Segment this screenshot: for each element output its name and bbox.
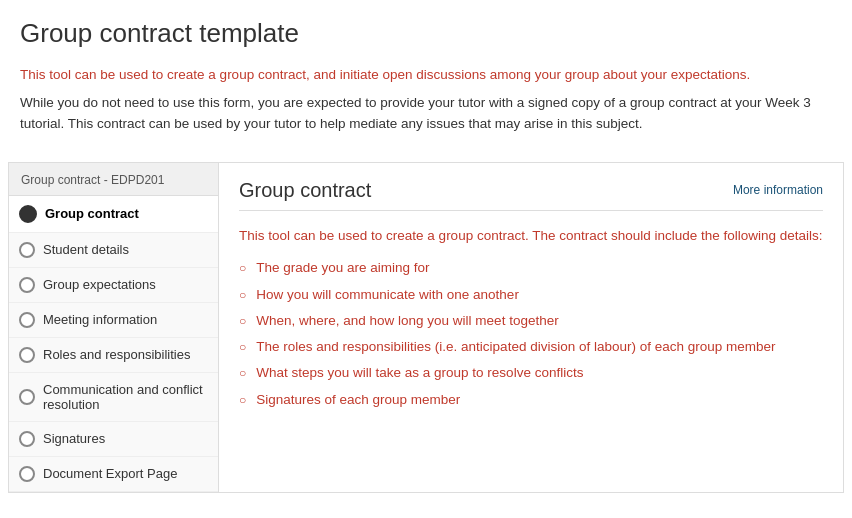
intro-text: This tool can be used to create a group … [20,65,832,85]
main-layout: Group contract - EDPD201 Group contract … [8,162,844,493]
list-item: When, where, and how long you will meet … [239,311,823,331]
sidebar-label-group-contract: Group contract [45,206,139,221]
sidebar-dot-student-details [19,242,35,258]
sidebar-label-signatures: Signatures [43,431,105,446]
page-header: Group contract template This tool can be… [0,0,852,162]
list-item: How you will communicate with one anothe… [239,285,823,305]
sidebar-course-label: Group contract - EDPD201 [9,163,218,196]
list-item: The roles and responsibilities (i.e. ant… [239,337,823,357]
sidebar-item-student-details[interactable]: Student details [9,233,218,268]
list-item-text: When, where, and how long you will meet … [256,311,558,331]
sidebar: Group contract - EDPD201 Group contract … [9,163,219,492]
sidebar-dot-group-contract [19,205,37,223]
sidebar-label-document-export: Document Export Page [43,466,177,481]
sidebar-dot-signatures [19,431,35,447]
sidebar-item-meeting-information[interactable]: Meeting information [9,303,218,338]
sidebar-item-document-export[interactable]: Document Export Page [9,457,218,492]
sidebar-dot-meeting-information [19,312,35,328]
content-header: Group contract More information [239,179,823,211]
sidebar-dot-roles-responsibilities [19,347,35,363]
body-text: While you do not need to use this form, … [20,93,832,134]
list-item: Signatures of each group member [239,390,823,410]
list-item: The grade you are aiming for [239,258,823,278]
main-content: Group contract More information This too… [219,163,843,492]
sidebar-label-group-expectations: Group expectations [43,277,156,292]
sidebar-dot-communication-conflict [19,389,35,405]
content-description: This tool can be used to create a group … [239,225,823,247]
list-item-text: How you will communicate with one anothe… [256,285,519,305]
sidebar-dot-document-export [19,466,35,482]
sidebar-label-roles-responsibilities: Roles and responsibilities [43,347,190,362]
more-info-link[interactable]: More information [733,183,823,197]
sidebar-item-signatures[interactable]: Signatures [9,422,218,457]
sidebar-label-meeting-information: Meeting information [43,312,157,327]
list-item: What steps you will take as a group to r… [239,363,823,383]
content-section-title: Group contract [239,179,371,202]
list-item-text: Signatures of each group member [256,390,460,410]
sidebar-label-communication-conflict: Communication and conflict resolution [43,382,208,412]
sidebar-item-roles-responsibilities[interactable]: Roles and responsibilities [9,338,218,373]
list-item-text: The roles and responsibilities (i.e. ant… [256,337,775,357]
sidebar-dot-group-expectations [19,277,35,293]
sidebar-label-student-details: Student details [43,242,129,257]
sidebar-item-group-expectations[interactable]: Group expectations [9,268,218,303]
content-list: The grade you are aiming for How you wil… [239,258,823,410]
page-title: Group contract template [20,18,832,49]
list-item-text: What steps you will take as a group to r… [256,363,583,383]
sidebar-item-communication-conflict[interactable]: Communication and conflict resolution [9,373,218,422]
list-item-text: The grade you are aiming for [256,258,429,278]
sidebar-item-group-contract[interactable]: Group contract [9,196,218,233]
